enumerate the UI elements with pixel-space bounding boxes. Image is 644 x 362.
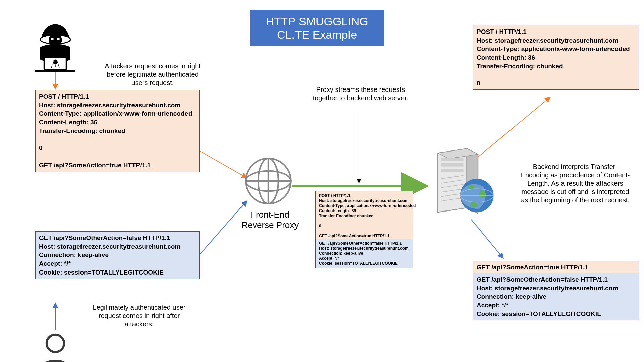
hacker-icon xyxy=(30,22,80,73)
svg-rect-20 xyxy=(441,169,464,172)
arrow-user-to-proxy xyxy=(200,201,247,255)
svg-point-7 xyxy=(53,60,54,62)
arrow-server-to-bottom xyxy=(471,220,503,258)
server-icon xyxy=(428,146,495,221)
svg-point-3 xyxy=(57,38,60,40)
proxy-label: Front-EndReverse Proxy xyxy=(240,209,300,230)
backend-bottom-blue: GET /api?SomeOtherAction=false HTTP/1.1 … xyxy=(473,273,639,320)
stream-packet-blue: GET /api?SomeOtherAction=false HTTP/1.1 … xyxy=(315,239,413,268)
attacker-note: Attackers request comes in rightbefore l… xyxy=(96,62,210,87)
backend-top-packet: POST / HTTP/1.1 Host: storagefreezer.sec… xyxy=(473,25,639,90)
backend-note: Backend interprets Transfer-Encoding as … xyxy=(513,163,637,204)
svg-point-2 xyxy=(51,38,54,40)
user-icon xyxy=(34,330,77,362)
backend-bottom-orange: GET /api?SomeAction=true HTTP/1.1 xyxy=(473,261,639,274)
proxy-stream-note: Proxy streams these requeststogether to … xyxy=(309,85,413,102)
svg-point-8 xyxy=(57,60,58,62)
user-note: Legitimately authenticated userrequest c… xyxy=(82,303,196,328)
attacker-request-packet: POST / HTTP/1.1 Host: storagefreezer.sec… xyxy=(35,90,200,172)
svg-rect-18 xyxy=(441,158,464,161)
stream-packet-orange: POST / HTTP/1.1 Host: storagefreezer.sec… xyxy=(315,191,413,241)
svg-rect-5 xyxy=(35,70,75,72)
svg-rect-19 xyxy=(441,163,464,167)
diagram-canvas: HTTP SMUGGLING CL.TE Example Attackers r… xyxy=(0,0,644,362)
diagram-title: HTTP SMUGGLING CL.TE Example xyxy=(250,10,384,46)
title-line2: CL.TE Example xyxy=(277,28,357,41)
globe-icon xyxy=(243,156,293,207)
svg-point-12 xyxy=(47,335,64,352)
arrow-attacker-to-proxy xyxy=(200,151,247,178)
title-line1: HTTP SMUGGLING xyxy=(266,15,368,28)
user-request-packet: GET /api?SomeOtherAction=false HTTP/1.1 … xyxy=(35,231,200,279)
